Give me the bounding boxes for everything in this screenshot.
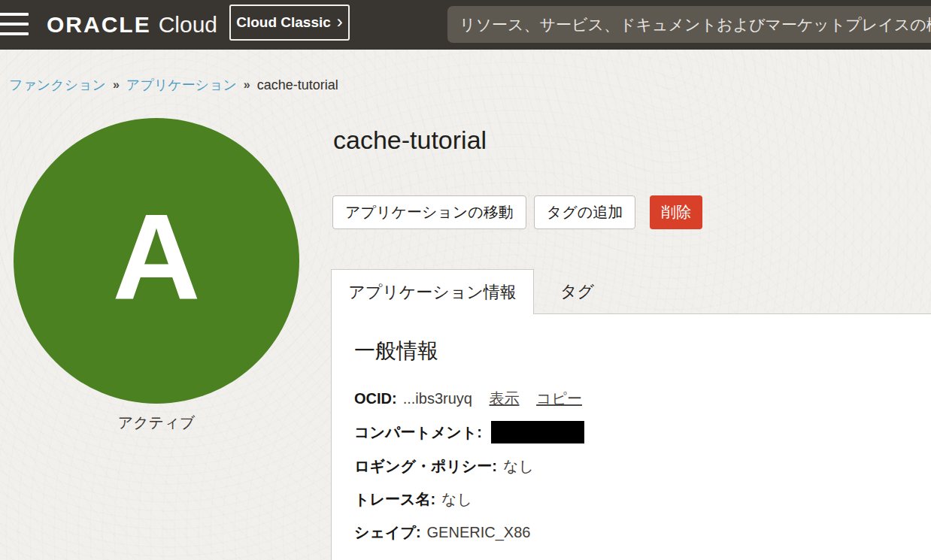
field-logging-policy: ロギング・ポリシー:なし <box>354 456 931 477</box>
delete-button[interactable]: 削除 <box>650 195 702 229</box>
redacted-compartment-value <box>491 421 584 443</box>
logo-oracle-text: ORACLE <box>47 12 151 38</box>
field-trace-name: トレース名:なし <box>354 489 931 510</box>
breadcrumb-functions-link[interactable]: ファンクション <box>9 76 106 94</box>
tab-tags[interactable]: タグ <box>534 269 620 314</box>
field-ocid-label: OCID: <box>354 390 397 407</box>
chevron-right-icon: › <box>337 13 343 33</box>
field-trace-name-label: トレース名: <box>354 491 435 507</box>
breadcrumb-separator: » <box>113 78 120 92</box>
field-trace-name-value: なし <box>441 491 472 507</box>
field-ocid-value: ...ibs3ruyq <box>403 390 472 407</box>
logo-cloud-text: Cloud <box>159 12 217 38</box>
field-logging-policy-label: ロギング・ポリシー: <box>354 458 497 474</box>
tab-bar: アプリケーション情報 タグ <box>331 269 620 314</box>
application-info-panel: 一般情報 OCID:...ibs3ruyq 表示 コピー コンパートメント: ロ… <box>331 313 931 560</box>
field-compartment: コンパートメント: <box>354 421 931 443</box>
field-shape-label: シェイプ: <box>354 524 421 540</box>
field-compartment-label: コンパートメント: <box>354 424 482 440</box>
ocid-copy-link[interactable]: コピー <box>536 390 582 407</box>
page-title: cache-tutorial <box>333 126 487 155</box>
field-ocid: OCID:...ibs3ruyq 表示 コピー <box>354 388 931 409</box>
top-bar: ORACLE Cloud Cloud Classic › <box>0 0 931 50</box>
action-buttons: アプリケーションの移動 タグの追加 削除 <box>332 195 702 229</box>
page: ORACLE Cloud Cloud Classic › ファンクション » ア… <box>0 0 931 560</box>
ocid-show-link[interactable]: 表示 <box>490 390 520 407</box>
hamburger-menu-icon[interactable] <box>0 13 29 35</box>
field-logging-policy-value: なし <box>503 458 534 474</box>
cloud-classic-label: Cloud Classic <box>236 14 331 31</box>
tab-application-info[interactable]: アプリケーション情報 <box>331 269 534 314</box>
move-application-button[interactable]: アプリケーションの移動 <box>332 195 526 229</box>
cloud-classic-button[interactable]: Cloud Classic › <box>229 5 350 41</box>
status-badge: アクティブ <box>14 413 299 433</box>
global-search-input[interactable] <box>447 6 931 43</box>
breadcrumb: ファンクション » アプリケーション » cache-tutorial <box>9 76 338 94</box>
add-tags-button[interactable]: タグの追加 <box>534 195 635 229</box>
application-status-avatar: A <box>14 118 299 404</box>
oracle-cloud-logo: ORACLE Cloud <box>47 0 217 50</box>
breadcrumb-separator: » <box>244 78 250 92</box>
field-shape-value: GENERIC_X86 <box>427 524 531 540</box>
field-shape: シェイプ:GENERIC_X86 <box>354 522 931 543</box>
breadcrumb-applications-link[interactable]: アプリケーション <box>126 76 237 94</box>
avatar-letter: A <box>113 195 201 326</box>
general-info-heading: 一般情報 <box>354 337 931 365</box>
breadcrumb-current-page: cache-tutorial <box>257 77 338 93</box>
